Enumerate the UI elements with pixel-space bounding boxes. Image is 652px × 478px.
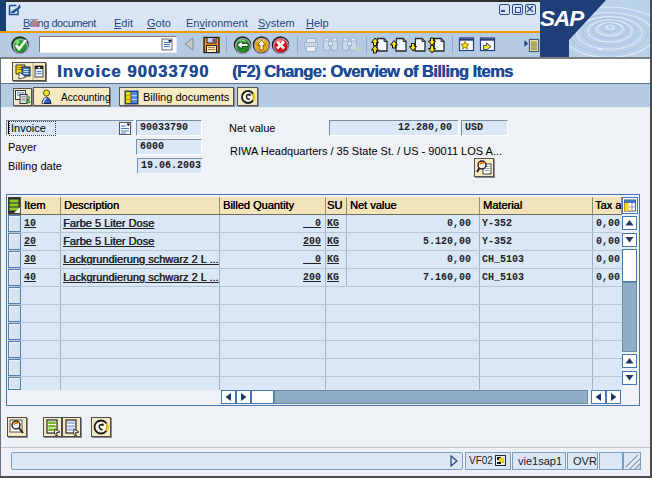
svg-text:SAP: SAP — [540, 6, 585, 31]
